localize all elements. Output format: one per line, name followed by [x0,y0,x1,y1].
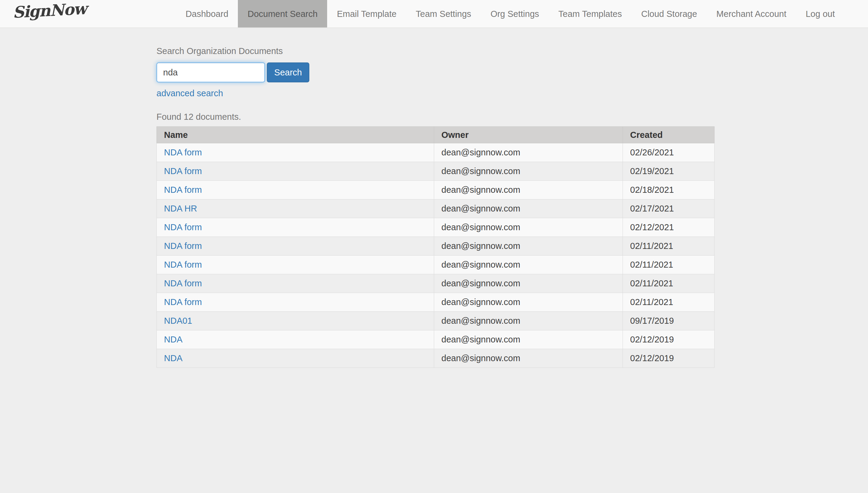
created-cell: 02/26/2021 [623,143,714,162]
table-body: NDA formdean@signnow.com02/26/2021NDA fo… [157,143,714,368]
document-link[interactable]: NDA form [164,260,202,270]
name-cell: NDA form [157,237,434,256]
table-row: NDA formdean@signnow.com02/11/2021 [157,274,714,293]
created-cell: 02/19/2021 [623,162,714,181]
table-row: NDA formdean@signnow.com02/11/2021 [157,293,714,312]
nav-item-team-settings[interactable]: Team Settings [406,0,481,27]
top-navbar: SignNow DashboardDocument SearchEmail Te… [0,0,868,28]
search-label: Search Organization Documents [157,46,868,57]
document-link[interactable]: NDA [164,335,182,344]
created-cell: 02/11/2021 [623,237,714,256]
name-cell: NDA form [157,256,434,274]
nav-item-document-search[interactable]: Document Search [238,0,327,27]
owner-cell: dean@signnow.com [434,312,623,330]
created-cell: 02/12/2019 [623,330,714,349]
owner-cell: dean@signnow.com [434,181,623,199]
document-link[interactable]: NDA01 [164,316,192,325]
owner-cell: dean@signnow.com [434,274,623,293]
nav-item-merchant-account[interactable]: Merchant Account [707,0,796,27]
document-link[interactable]: NDA form [164,222,202,232]
created-cell: 02/11/2021 [623,256,714,274]
search-input[interactable] [157,62,265,82]
nav-item-team-templates[interactable]: Team Templates [549,0,632,27]
document-link[interactable]: NDA form [164,297,202,307]
created-cell: 02/11/2021 [623,274,714,293]
created-cell: 02/12/2021 [623,218,714,237]
name-cell: NDA HR [157,199,434,218]
created-cell: 02/17/2021 [623,199,714,218]
name-cell: NDA form [157,143,434,162]
nav-item-log-out[interactable]: Log out [796,0,844,27]
owner-cell: dean@signnow.com [434,143,623,162]
nav-item-cloud-storage[interactable]: Cloud Storage [632,0,707,27]
advanced-search-link[interactable]: advanced search [157,88,223,99]
nav-item-email-template[interactable]: Email Template [327,0,406,27]
nav-item-org-settings[interactable]: Org Settings [481,0,549,27]
owner-cell: dean@signnow.com [434,256,623,274]
document-link[interactable]: NDA HR [164,203,197,213]
created-cell: 02/18/2021 [623,181,714,199]
search-row: Search [157,62,868,82]
owner-cell: dean@signnow.com [434,218,623,237]
owner-cell: dean@signnow.com [434,349,623,368]
created-cell: 02/11/2021 [623,293,714,312]
table-row: NDA formdean@signnow.com02/11/2021 [157,256,714,274]
document-link[interactable]: NDA form [164,185,202,195]
owner-cell: dean@signnow.com [434,330,623,349]
table-header-row: NameOwnerCreated [157,127,714,143]
created-cell: 02/12/2019 [623,349,714,368]
document-link[interactable]: NDA form [164,241,202,251]
document-link[interactable]: NDA form [164,148,202,157]
owner-cell: dean@signnow.com [434,237,623,256]
table-row: NDA01dean@signnow.com09/17/2019 [157,312,714,330]
created-cell: 09/17/2019 [623,312,714,330]
results-summary: Found 12 documents. [157,111,868,122]
search-button[interactable]: Search [267,62,309,82]
main-content: Search Organization Documents Search adv… [0,28,868,368]
document-link[interactable]: NDA [164,353,182,363]
table-row: NDAdean@signnow.com02/12/2019 [157,330,714,349]
column-header-name: Name [157,127,434,143]
table-row: NDA formdean@signnow.com02/12/2021 [157,218,714,237]
signnow-logo[interactable]: SignNow [13,0,87,21]
documents-table: NameOwnerCreated NDA formdean@signnow.co… [157,126,714,368]
name-cell: NDA [157,330,434,349]
name-cell: NDA form [157,181,434,199]
nav-item-dashboard[interactable]: Dashboard [176,0,238,27]
name-cell: NDA form [157,218,434,237]
document-link[interactable]: NDA form [164,278,202,288]
owner-cell: dean@signnow.com [434,162,623,181]
column-header-created: Created [623,127,714,143]
column-header-owner: Owner [434,127,623,143]
name-cell: NDA form [157,293,434,312]
nav-menu: DashboardDocument SearchEmail TemplateTe… [176,0,844,27]
owner-cell: dean@signnow.com [434,199,623,218]
table-row: NDA formdean@signnow.com02/26/2021 [157,143,714,162]
table-row: NDA formdean@signnow.com02/11/2021 [157,237,714,256]
table-row: NDA formdean@signnow.com02/18/2021 [157,181,714,199]
table-row: NDA formdean@signnow.com02/19/2021 [157,162,714,181]
owner-cell: dean@signnow.com [434,293,623,312]
table-row: NDA HRdean@signnow.com02/17/2021 [157,199,714,218]
name-cell: NDA form [157,274,434,293]
name-cell: NDA01 [157,312,434,330]
name-cell: NDA form [157,162,434,181]
name-cell: NDA [157,349,434,368]
table-row: NDAdean@signnow.com02/12/2019 [157,349,714,368]
document-link[interactable]: NDA form [164,166,202,176]
